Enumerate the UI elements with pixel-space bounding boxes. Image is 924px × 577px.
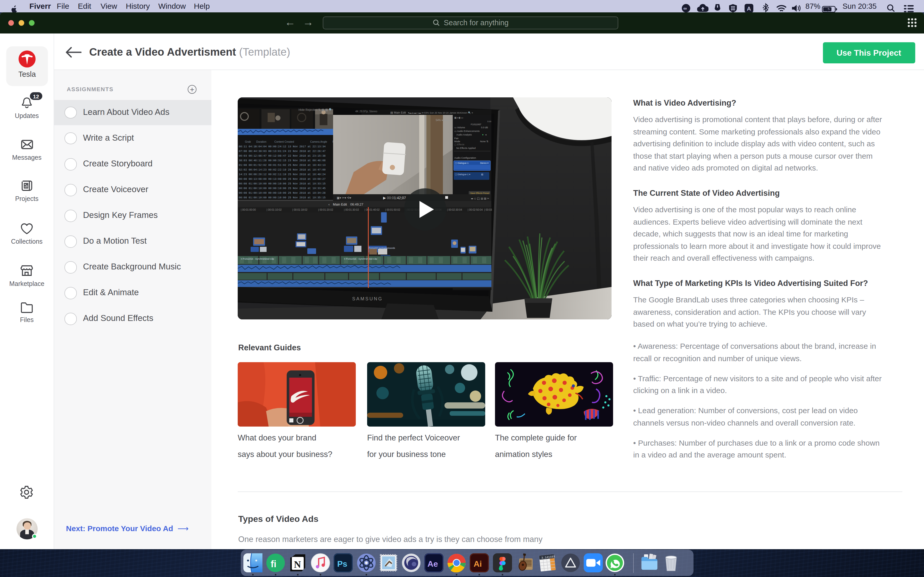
svg-text:| 00:01:30:02: | 00:01:30:02 xyxy=(344,208,359,211)
svg-text:4K 29.97p, Stereo: 4K 29.97p, Stereo xyxy=(355,110,378,113)
svg-text:00:08 01:00:10:00 00:00:10:0: 00:08 01:00:10:00 00:00:10:00 25 Nov 201… xyxy=(239,191,326,194)
svg-text:| 00:01:10:02: | 00:01:10:02 xyxy=(267,208,282,211)
svg-text:▤ Main Edit: ▤ Main Edit xyxy=(390,111,406,114)
svg-text:No Effects Applied: No Effects Applied xyxy=(456,147,476,149)
svg-text:◂▸ ◇ 🎧 ▤ ▨ ✂: ◂▸ ◇ 🎧 ▤ ▨ ✂ xyxy=(471,197,489,200)
svg-text:▢ Effects: ▢ Effects xyxy=(454,143,465,145)
svg-text:| 00:01:18:02: | 00:01:18:02 xyxy=(292,208,308,211)
svg-text:00:11 04:1B:04:04 00:00:24:1: 00:11 04:1B:04:04 00:00:24:12 13 Nov 201… xyxy=(239,145,326,148)
svg-text:‹ Main Edit 06:49;27: ‹ Main Edit 06:49;27 xyxy=(328,202,363,206)
svg-text:52:02 00:04:14:23 00:02:22:1: 52:02 00:04:14:23 00:02:22:19 25 Nov 201… xyxy=(239,168,326,171)
svg-text:| 00:01:20:02: | 00:01:20:02 xyxy=(318,208,333,211)
svg-text:●: ● xyxy=(482,133,484,136)
svg-text:Pan: Pan xyxy=(454,137,459,139)
svg-text:00:08 01:00:10:00 00:00:10:0: 00:08 01:00:10:00 00:00:10:00 25 Nov 201… xyxy=(239,187,326,190)
svg-text:None ⇅: None ⇅ xyxy=(480,140,489,142)
svg-text:| 00:01:50:02: | 00:01:50:02 xyxy=(385,208,401,211)
svg-text:Grab Duration Content Creat: Grab Duration Content Created Camera Ang… xyxy=(245,140,336,143)
svg-text:3:10: 3:10 xyxy=(487,120,491,122)
svg-text:Audio Analysis: Audio Analysis xyxy=(456,133,472,136)
svg-text:| 00:01:00:00: | 00:01:00:00 xyxy=(241,208,256,211)
svg-text:00:08 01:00:10:00 00:00:10:0: 00:08 01:00:10:00 00:00:10:00 25 Nov 201… xyxy=(239,182,326,185)
svg-text:| 00:03: | 00:03 xyxy=(484,208,492,211)
svg-text:Save Effects Preset: Save Effects Preset xyxy=(470,192,489,194)
svg-text:SAMSUNG: SAMSUNG xyxy=(352,296,383,301)
svg-text:▦ ◂ ▮ ▭: ▦ ◂ ▮ ▭ xyxy=(454,116,463,119)
svg-text:F1011067: F1011067 xyxy=(471,123,481,126)
svg-text:| 00:01:40:02: | 00:01:40:02 xyxy=(365,208,380,211)
svg-text:| 00:02:50:04: | 00:02:50:04 xyxy=(468,208,483,211)
svg-text:| 00:02:30:04: | 00:02:30:04 xyxy=(447,208,462,211)
svg-text:54% ▾ View ▾: 54% ▾ View ▾ xyxy=(436,118,451,121)
svg-text:00:03 00:12:98:47 00:12:98:4: 00:03 00:12:98:47 00:12:98:47 22 Nov 201… xyxy=(239,154,326,157)
svg-text:●▬▲▬▭▬↑● 83% Sun 25 Nov 20:16: ●▬▲▬▭▬↑● 83% Sun 25 Nov 20:16 James McKi… xyxy=(408,111,473,114)
svg-text:fi: fi xyxy=(271,558,276,569)
svg-text:Ps: Ps xyxy=(337,559,347,568)
svg-text:07:08 00:44:39:03 00:13:01:2: 07:08 00:44:39:03 00:13:01:24 22 Nov 201… xyxy=(239,150,326,153)
svg-text:Stereo ▾: Stereo ▾ xyxy=(480,161,489,164)
svg-text:Ai: Ai xyxy=(473,559,482,568)
svg-text:Mode: Mode xyxy=(454,140,460,142)
svg-text:Audio Configuration: Audio Configuration xyxy=(454,156,476,159)
svg-text:00:08 01:00:10:00 00:00:10:0: 00:08 01:00:10:00 00:00:10:00 25 Nov 201… xyxy=(239,196,326,199)
svg-text:≡ P1011016 - Synchronized Clip: ≡ P1011016 - Synchronized Clip xyxy=(241,257,274,260)
svg-text:▨: ▨ xyxy=(481,173,483,176)
svg-text:▢ Dialogue-1: ▢ Dialogue-1 xyxy=(455,161,468,164)
svg-text:▢ Dialogue-1 ▾: ▢ Dialogue-1 ▾ xyxy=(455,173,470,176)
svg-text:▶ 00:01:42;07: ▶ 00:01:42;07 xyxy=(383,195,406,200)
svg-text:◂: ◂ xyxy=(485,133,486,136)
svg-text:▣▾ ✂▾ ⟲▾: ▣▾ ✂▾ ⟲▾ xyxy=(337,196,351,199)
svg-text:38:03 00:46:11:28 00:00:32:1: 38:03 00:46:11:28 00:00:32:15 23 Nov 201… xyxy=(239,159,326,162)
svg-text:Hide Rejected ⇅ ▦ ▩ 🔍: Hide Rejected ⇅ ▦ ▩ 🔍 xyxy=(299,108,333,111)
svg-text:▭ Audio Enhancements: ▭ Audio Enhancements xyxy=(454,130,480,132)
svg-text:14:23 00:08:26:12 00:02:11:1: 14:23 00:08:26:12 00:02:11:19 25 Nov 201… xyxy=(239,172,326,176)
svg-text:Ae: Ae xyxy=(427,559,438,568)
svg-text:▭ Volume: ▭ Volume xyxy=(454,126,465,129)
svg-text:≡ P1011016 - Synchronized Clip: ≡ P1011016 - Synchronized Clip xyxy=(344,257,377,260)
svg-text:00:08 00:13:08:00 00:13:08:0: 00:08 00:13:08:00 00:13:08:00 25 Nov 201… xyxy=(239,177,326,181)
svg-text:N: N xyxy=(294,559,300,569)
svg-text:0.0 dB: 0.0 dB xyxy=(481,126,488,129)
svg-text:⬜: ⬜ xyxy=(445,195,448,199)
svg-text:A: A xyxy=(747,5,751,12)
svg-text:∞: ∞ xyxy=(683,6,687,11)
svg-text:01:08 00:01:52:02 00:01:51:0: 01:08 00:01:52:02 00:01:51:02 25 Nov 201… xyxy=(239,163,326,166)
